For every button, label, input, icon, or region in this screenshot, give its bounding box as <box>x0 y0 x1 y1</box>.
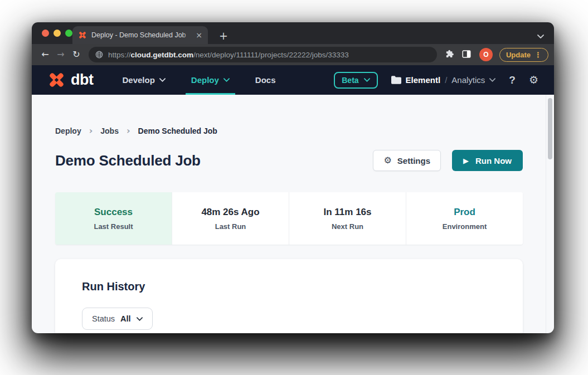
title-row: Demo Scheduled Job ⚙ Settings ▶ Run Now <box>55 150 523 171</box>
stat-card-last-run: 48m 26s Ago Last Run <box>172 192 289 245</box>
settings-button[interactable]: ⚙ Settings <box>373 150 441 171</box>
settings-gear-icon: ⚙ <box>383 156 391 165</box>
dbt-favicon-icon <box>78 31 87 40</box>
browser-tab[interactable]: Deploy - Demo Scheduled Job × <box>72 26 208 44</box>
window-close-button[interactable] <box>42 30 49 37</box>
breadcrumb-current: Demo Scheduled Job <box>138 126 217 135</box>
dbt-logo-icon <box>47 71 66 89</box>
address-bar[interactable]: https://cloud.getdbt.com/next/deploy/111… <box>89 47 437 62</box>
chevron-down-icon <box>137 317 143 321</box>
url-protocol: https:// <box>108 51 131 59</box>
run-now-button[interactable]: ▶ Run Now <box>452 150 523 171</box>
breadcrumb-separator-icon: › <box>89 126 93 135</box>
stat-label: Next Run <box>332 222 363 231</box>
run-history-card: Run History Status All <box>55 259 523 333</box>
breadcrumb-deploy[interactable]: Deploy <box>55 126 81 135</box>
nav-links: Develop Deploy Docs <box>122 65 275 95</box>
tab-close-icon[interactable]: × <box>195 31 203 39</box>
window-zoom-button[interactable] <box>65 30 72 37</box>
extensions-puzzle-icon[interactable] <box>441 49 458 60</box>
side-panel-icon[interactable] <box>458 50 475 60</box>
browser-update-button[interactable]: Update ⋮ <box>499 48 548 62</box>
breadcrumb-separator-icon: › <box>127 126 130 135</box>
project-selector[interactable]: Elementl / Analytics <box>391 75 496 85</box>
tab-search-chevron-icon[interactable] <box>537 35 544 38</box>
stat-label: Environment <box>443 222 487 231</box>
dbt-logo[interactable]: dbt <box>47 71 93 89</box>
dbt-navbar: dbt Develop Deploy Docs Beta Elementl <box>32 65 554 95</box>
stat-value: Success <box>94 207 133 218</box>
dbt-logo-text: dbt <box>71 71 93 89</box>
project-name: Analytics <box>451 75 485 85</box>
url-domain: cloud.getdbt.com <box>131 51 194 59</box>
page-actions: ⚙ Settings ▶ Run Now <box>373 150 523 171</box>
job-stats-row: Success Last Result 48m 26s Ago Last Run… <box>55 192 523 245</box>
stat-value: In 11m 16s <box>323 207 371 218</box>
status-filter-dropdown[interactable]: Status All <box>82 308 153 330</box>
browser-toolbar: ← → ↻ https://cloud.getdbt.com/next/depl… <box>32 44 554 65</box>
stat-value: Prod <box>454 207 475 218</box>
more-vertical-icon: ⋮ <box>534 51 542 59</box>
stat-label: Last Result <box>94 222 133 231</box>
page-title: Demo Scheduled Job <box>55 152 201 169</box>
tab-strip: Deploy - Demo Scheduled Job × + <box>32 22 554 44</box>
account-settings-gear-icon[interactable]: ⚙ <box>529 75 538 85</box>
nav-item-deploy[interactable]: Deploy <box>191 65 230 95</box>
site-info-globe-icon[interactable] <box>95 51 103 59</box>
stat-value: 48m 26s Ago <box>201 207 259 218</box>
new-tab-button[interactable]: + <box>217 31 230 41</box>
breadcrumb-jobs[interactable]: Jobs <box>100 126 119 135</box>
stat-card-last-result: Success Last Result <box>55 192 172 245</box>
breadcrumb: Deploy › Jobs › Demo Scheduled Job <box>55 95 523 135</box>
traffic-lights <box>42 30 72 37</box>
reload-icon[interactable]: ↻ <box>69 50 84 59</box>
scrollbar-thumb[interactable] <box>548 98 552 159</box>
navbar-right: Beta Elementl / Analytics ? ⚙ <box>334 72 538 89</box>
update-label: Update <box>506 51 531 59</box>
stat-card-environment: Prod Environment <box>406 192 523 245</box>
back-icon[interactable]: ← <box>37 50 53 59</box>
account-name: Elementl <box>406 75 441 85</box>
tab-title: Deploy - Demo Scheduled Job <box>91 31 192 39</box>
forward-icon[interactable]: → <box>53 50 69 59</box>
scrollbar-track <box>546 95 554 333</box>
nav-item-docs[interactable]: Docs <box>255 65 276 95</box>
page-content: Deploy › Jobs › Demo Scheduled Job Demo … <box>32 95 554 333</box>
window-minimize-button[interactable] <box>54 30 61 37</box>
run-history-title: Run History <box>82 280 496 293</box>
beta-dropdown-button[interactable]: Beta <box>334 72 377 89</box>
account-project-separator: / <box>445 75 447 85</box>
help-icon[interactable]: ? <box>509 74 516 86</box>
url-text: https://cloud.getdbt.com/next/deploy/111… <box>108 51 349 59</box>
stat-label: Last Run <box>215 222 246 231</box>
url-path: /next/deploy/111111/projects/22222/jobs/… <box>193 51 349 59</box>
profile-avatar[interactable]: O <box>479 48 493 61</box>
stat-card-next-run: In 11m 16s Next Run <box>289 192 406 245</box>
play-icon: ▶ <box>463 157 469 164</box>
nav-item-develop[interactable]: Develop <box>122 65 165 95</box>
folder-icon <box>391 76 401 84</box>
browser-window: Deploy - Demo Scheduled Job × + ← → ↻ ht… <box>32 22 554 333</box>
